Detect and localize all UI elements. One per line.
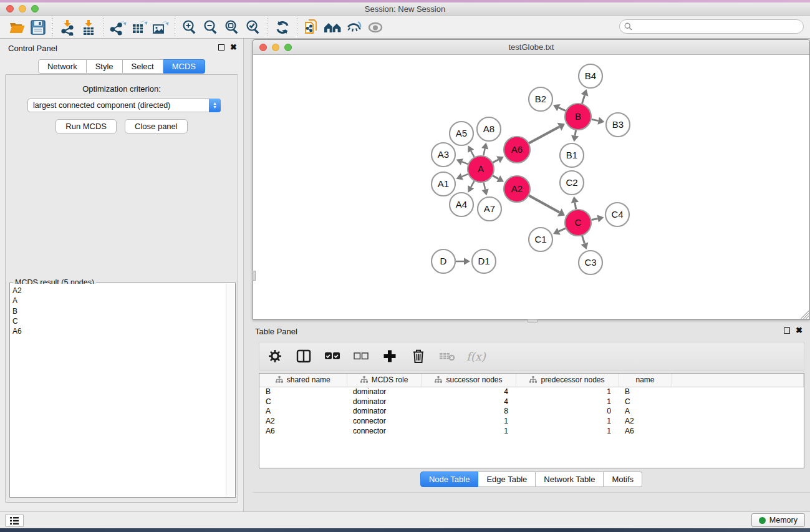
- first-neighbors-button[interactable]: [322, 18, 344, 37]
- table-cell[interactable]: 1: [516, 387, 619, 397]
- edge-A-A6[interactable]: [493, 160, 498, 163]
- table-cell[interactable]: dominator: [347, 387, 422, 397]
- graph-node-A8[interactable]: A8: [477, 117, 501, 141]
- graph-node-B2[interactable]: B2: [529, 87, 552, 111]
- table-cell[interactable]: dominator: [347, 407, 422, 417]
- edge-B-B2[interactable]: [559, 108, 566, 111]
- zoom-in-button[interactable]: [179, 18, 200, 37]
- graph-node-A3[interactable]: A3: [432, 143, 455, 167]
- mcds-result-list[interactable]: A2ABCA6: [11, 284, 226, 496]
- search-input[interactable]: [619, 19, 804, 34]
- graph-node-A7[interactable]: A7: [478, 197, 501, 221]
- edge-A6-B[interactable]: [529, 127, 559, 143]
- edge-A-A1[interactable]: [462, 174, 468, 177]
- show-task-history-button[interactable]: [5, 514, 24, 527]
- close-panel-button[interactable]: Close panel: [125, 119, 188, 133]
- edge-B-B4[interactable]: [582, 95, 584, 104]
- table-cell[interactable]: C: [619, 397, 672, 407]
- graph-node-B1[interactable]: B1: [560, 143, 584, 167]
- clone-network-button[interactable]: [301, 18, 322, 37]
- network-canvas[interactable]: B4B2BB3A8A5A6A3B1AA1C2A2A4A7C4CC1DD1C3: [253, 56, 809, 319]
- float-table-panel-icon[interactable]: [784, 327, 790, 334]
- table-cell[interactable]: connector: [347, 416, 422, 426]
- column-header-mcds-role[interactable]: MCDS role: [347, 374, 422, 387]
- graph-node-A[interactable]: A: [468, 156, 494, 182]
- table-cell[interactable]: A6: [259, 426, 347, 436]
- table-cell[interactable]: 0: [516, 407, 619, 417]
- table-cell[interactable]: 1: [422, 416, 516, 426]
- memory-button[interactable]: Memory: [751, 513, 805, 527]
- graph-node-C1[interactable]: C1: [529, 228, 552, 251]
- graph-node-A1[interactable]: A1: [432, 172, 455, 196]
- column-header-shared-name[interactable]: shared name: [259, 374, 347, 387]
- table-row[interactable]: Adominator80A: [259, 407, 804, 417]
- mcds-result-item[interactable]: A: [12, 296, 226, 306]
- graph-node-C3[interactable]: C3: [579, 251, 602, 274]
- tab-network[interactable]: Network: [38, 59, 87, 74]
- graph-node-A5[interactable]: A5: [450, 122, 473, 145]
- window-resize-grip[interactable]: [801, 311, 809, 319]
- float-panel-icon[interactable]: [218, 44, 224, 51]
- edge-A2-C[interactable]: [529, 196, 559, 213]
- table-cell[interactable]: 4: [422, 387, 516, 397]
- table-cell[interactable]: B: [619, 387, 672, 397]
- edge-B-B3[interactable]: [592, 119, 599, 120]
- splitpane-grip-bottom[interactable]: [528, 319, 538, 322]
- mcds-result-scrollbar[interactable]: [226, 284, 234, 496]
- run-mcds-button[interactable]: Run MCDS: [55, 119, 117, 133]
- table-cell[interactable]: 1: [516, 416, 619, 426]
- table-cell[interactable]: A: [619, 407, 672, 417]
- tab-network-table[interactable]: Network Table: [536, 472, 604, 487]
- edge-C-C4[interactable]: [592, 218, 598, 220]
- table-cell[interactable]: A: [259, 407, 347, 417]
- graph-node-C4[interactable]: C4: [605, 203, 629, 226]
- tab-select[interactable]: Select: [123, 59, 163, 74]
- close-table-panel-icon[interactable]: ✖: [796, 327, 803, 334]
- graph-node-D[interactable]: D: [432, 249, 455, 273]
- table-cell[interactable]: 1: [516, 397, 619, 407]
- table-cell[interactable]: 1: [422, 426, 516, 436]
- edge-A-A8[interactable]: [483, 148, 485, 155]
- tab-style[interactable]: Style: [87, 59, 123, 74]
- graph-node-D1[interactable]: D1: [472, 249, 496, 273]
- mcds-result-item[interactable]: A2: [12, 286, 226, 296]
- show-all-button[interactable]: [365, 18, 386, 37]
- edge-A-A5[interactable]: [471, 151, 474, 157]
- zoom-fit-button[interactable]: [221, 18, 243, 37]
- column-header-name[interactable]: name: [619, 374, 672, 387]
- table-cell[interactable]: dominator: [347, 397, 422, 407]
- table-cell[interactable]: connector: [347, 426, 422, 436]
- zoom-selected-button[interactable]: [243, 18, 264, 37]
- edge-A-A3[interactable]: [462, 162, 468, 164]
- table-cell[interactable]: A2: [619, 416, 672, 426]
- graph-node-A2[interactable]: A2: [504, 176, 530, 202]
- table-row[interactable]: Cdominator41C: [259, 397, 804, 407]
- table-cell[interactable]: 1: [516, 426, 619, 436]
- open-file-button[interactable]: [6, 18, 27, 37]
- import-network-button[interactable]: [57, 18, 78, 37]
- table-row[interactable]: A6connector11A6: [259, 426, 804, 436]
- graph-node-B[interactable]: B: [565, 104, 591, 130]
- delete-column-button[interactable]: [409, 346, 428, 367]
- table-cell[interactable]: A2: [259, 416, 347, 426]
- edge-B-B1[interactable]: [575, 130, 576, 136]
- export-network-button[interactable]: [107, 18, 128, 37]
- node-attribute-table[interactable]: shared nameMCDS rolesuccessor nodesprede…: [259, 373, 804, 468]
- table-cell[interactable]: B: [259, 387, 347, 397]
- table-cell[interactable]: 8: [422, 407, 516, 417]
- deselect-all-columns-button[interactable]: [352, 346, 370, 367]
- import-table-button[interactable]: [78, 18, 99, 37]
- edge-A-A4[interactable]: [471, 181, 474, 187]
- export-table-button[interactable]: [128, 18, 150, 37]
- tab-mcds[interactable]: MCDS: [163, 59, 205, 74]
- table-settings-button[interactable]: [266, 346, 284, 367]
- graph-node-A4[interactable]: A4: [450, 193, 473, 216]
- edge-A-A2[interactable]: [493, 176, 498, 179]
- edge-C-C3[interactable]: [582, 236, 585, 243]
- hide-selected-button[interactable]: [344, 18, 365, 37]
- column-header-predecessor-nodes[interactable]: predecessor nodes: [516, 374, 619, 387]
- save-session-button[interactable]: [27, 18, 49, 37]
- column-header-successor-nodes[interactable]: successor nodes: [422, 374, 516, 387]
- graph-node-C[interactable]: C: [565, 210, 591, 236]
- edge-C-C2[interactable]: [575, 203, 576, 210]
